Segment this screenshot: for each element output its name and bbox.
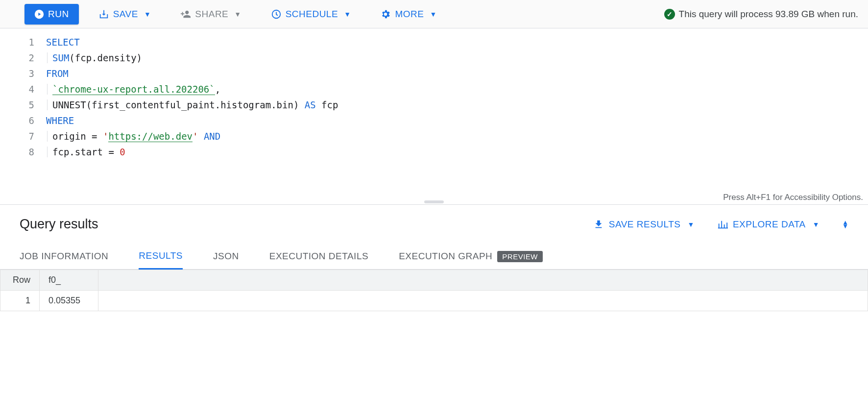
results-header: Query results SAVE RESULTS ▼ EXPLORE DAT… [0, 205, 868, 244]
line-number: 7 [0, 128, 34, 144]
clock-icon [271, 9, 282, 20]
person-add-icon [180, 9, 191, 20]
play-icon [34, 9, 44, 19]
query-toolbar: RUN SAVE ▼ SHARE ▼ SCHEDULE ▼ MORE ▼ ✓ T… [0, 0, 868, 28]
resize-handle[interactable] [424, 200, 444, 203]
cell-empty [98, 291, 868, 311]
chevron-down-icon: ▼ [813, 221, 820, 228]
sql-editor[interactable]: 1 2 3 4 5 6 7 8 SELECT SUM(fcp.density) … [0, 28, 868, 205]
results-tabs: JOB INFORMATION RESULTS JSON EXECUTION D… [0, 244, 868, 270]
save-label: SAVE [113, 9, 138, 20]
explore-data-button[interactable]: EXPLORE DATA ▼ [717, 219, 820, 230]
accessibility-hint: Press Alt+F1 for Accessibility Options. [723, 193, 863, 202]
chevron-down-icon: ▼ [688, 221, 695, 228]
explore-data-label: EXPLORE DATA [733, 219, 806, 230]
tab-json[interactable]: JSON [213, 244, 239, 269]
table-header-row: Row f0_ [0, 270, 868, 291]
line-number: 2 [0, 50, 34, 66]
chevron-down-icon: ▼ [144, 10, 151, 18]
gear-icon [380, 9, 391, 20]
query-status: ✓ This query will process 93.89 GB when … [664, 9, 858, 20]
results-table: Row f0_ 1 0.05355 [0, 270, 868, 311]
results-title: Query results [20, 217, 98, 232]
line-number: 3 [0, 66, 34, 81]
chevron-down-icon: ▼ [430, 10, 436, 18]
line-number: 6 [0, 113, 34, 128]
expand-collapse-button[interactable]: ▲ ▼ [842, 221, 848, 228]
status-text: This query will process 93.89 GB when ru… [679, 9, 858, 20]
line-number: 4 [0, 81, 34, 97]
schedule-button[interactable]: SCHEDULE ▼ [263, 5, 359, 24]
line-gutter: 1 2 3 4 5 6 7 8 [0, 28, 44, 204]
col-f0[interactable]: f0_ [40, 270, 98, 291]
chevron-down-icon: ▼ [842, 224, 848, 228]
check-circle-icon: ✓ [664, 9, 675, 20]
cell-f0: 0.05355 [40, 291, 98, 311]
run-button[interactable]: RUN [24, 4, 79, 25]
tab-results[interactable]: RESULTS [139, 244, 183, 270]
table-row[interactable]: 1 0.05355 [0, 291, 868, 311]
chevron-down-icon: ▼ [344, 10, 351, 18]
save-button[interactable]: SAVE ▼ [91, 5, 159, 24]
tab-job-information[interactable]: JOB INFORMATION [20, 244, 108, 269]
code-area[interactable]: SELECT SUM(fcp.density) FROM `chrome-ux-… [44, 28, 868, 204]
tab-execution-graph[interactable]: EXECUTION GRAPH PREVIEW [399, 244, 543, 269]
chart-icon [717, 219, 728, 230]
col-empty [98, 270, 868, 291]
preview-badge: PREVIEW [497, 251, 543, 262]
share-button[interactable]: SHARE ▼ [172, 5, 249, 24]
run-label: RUN [48, 9, 69, 20]
more-button[interactable]: MORE ▼ [372, 5, 444, 24]
cell-rownum: 1 [0, 291, 40, 311]
share-label: SHARE [195, 9, 228, 20]
save-results-button[interactable]: SAVE RESULTS ▼ [593, 219, 695, 230]
col-row[interactable]: Row [0, 270, 40, 291]
schedule-label: SCHEDULE [286, 9, 338, 20]
tab-execution-details[interactable]: EXECUTION DETAILS [269, 244, 368, 269]
save-results-label: SAVE RESULTS [609, 219, 681, 230]
download-icon [593, 219, 604, 230]
line-number: 1 [0, 34, 34, 50]
line-number: 5 [0, 97, 34, 113]
save-icon [98, 9, 109, 20]
line-number: 8 [0, 144, 34, 160]
chevron-down-icon: ▼ [234, 10, 241, 18]
more-label: MORE [395, 9, 424, 20]
